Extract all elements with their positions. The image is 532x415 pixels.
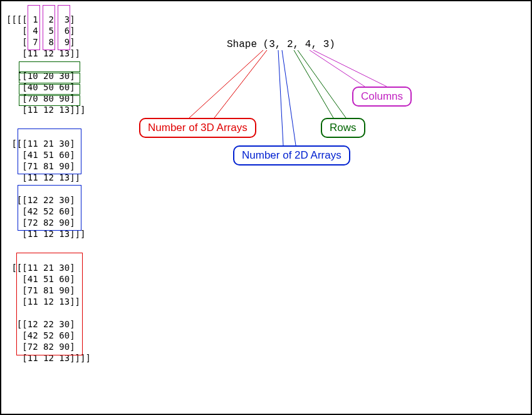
callout-3d-arrays: Number of 3D Arrays [139, 118, 256, 138]
highlight-row-4 [19, 95, 80, 106]
highlight-column-3 [58, 5, 70, 50]
svg-line-4 [294, 50, 333, 118]
svg-line-1 [214, 50, 267, 118]
callout-2d-arrays: Number of 2D Arrays [233, 145, 350, 165]
highlight-row-1 [19, 61, 80, 72]
highlight-2d-array-2 [18, 185, 81, 231]
callout-rows: Rows [321, 118, 365, 138]
highlight-3d-array [16, 253, 83, 355]
shape-label: Shape (3, 2, 4, 3) [227, 39, 335, 50]
callout-columns: Columns [352, 87, 412, 107]
highlight-row-3 [19, 84, 80, 95]
svg-line-3 [282, 50, 296, 145]
highlight-column-2 [43, 5, 55, 50]
svg-line-0 [189, 50, 263, 118]
highlight-column-1 [28, 5, 40, 50]
diagram-frame: [[[[ 1 2 3] [ 4 5 6] [ 7 8 9] [11 12 13]… [0, 0, 532, 415]
svg-line-2 [278, 50, 283, 145]
svg-line-5 [298, 50, 346, 118]
highlight-2d-array-1 [18, 129, 81, 174]
highlight-row-2 [19, 73, 80, 83]
svg-line-6 [310, 50, 365, 87]
svg-line-7 [313, 50, 387, 87]
